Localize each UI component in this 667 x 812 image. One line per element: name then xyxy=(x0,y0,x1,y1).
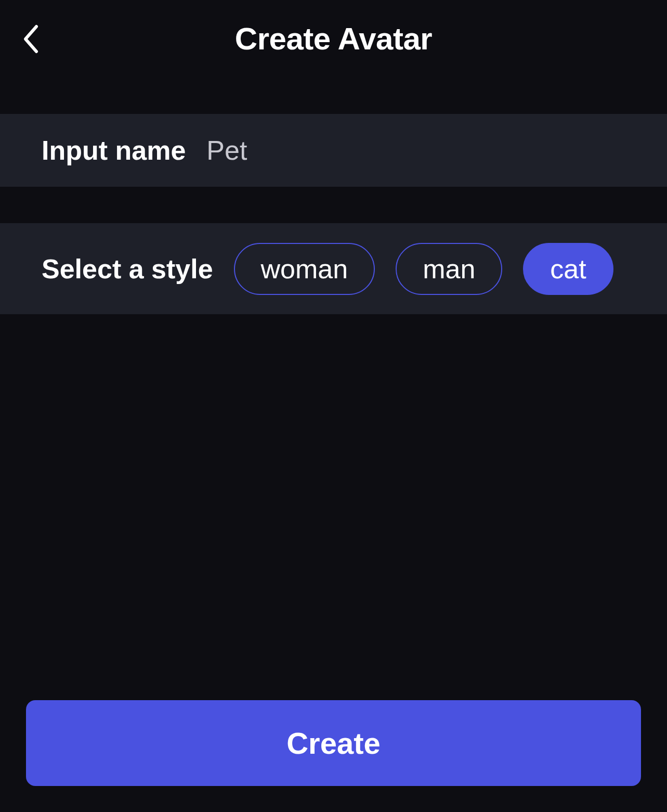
header: Create Avatar xyxy=(0,0,667,72)
spacer xyxy=(0,72,667,114)
name-input-panel: Input name xyxy=(0,114,667,187)
select-style-label: Select a style xyxy=(42,253,213,285)
back-button[interactable] xyxy=(21,23,40,55)
chevron-left-icon xyxy=(21,23,40,55)
style-option-cat[interactable]: cat xyxy=(523,243,613,295)
name-input[interactable] xyxy=(206,135,625,166)
create-button[interactable]: Create xyxy=(26,700,641,786)
style-option-man[interactable]: man xyxy=(396,243,502,295)
bottom-area: Create xyxy=(0,314,667,812)
style-option-woman[interactable]: woman xyxy=(234,243,375,295)
style-options: woman man cat xyxy=(234,243,613,295)
input-name-label: Input name xyxy=(42,135,186,166)
spacer xyxy=(0,187,667,223)
style-select-panel: Select a style woman man cat xyxy=(0,223,667,314)
page-title: Create Avatar xyxy=(21,21,646,57)
